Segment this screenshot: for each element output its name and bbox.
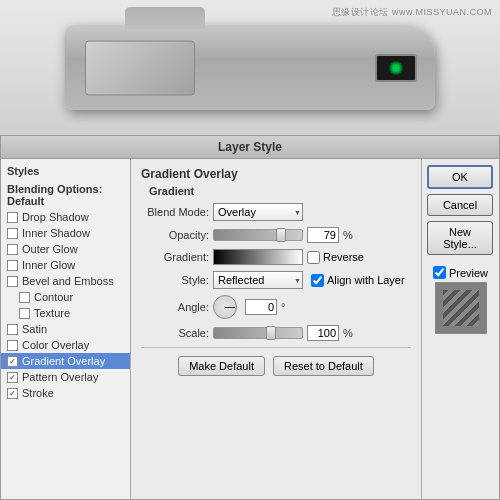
cancel-button[interactable]: Cancel (427, 194, 493, 216)
scale-row: Scale: % (141, 325, 411, 341)
stroke-label: Stroke (22, 387, 54, 399)
sidebar-item-color-overlay[interactable]: Color Overlay (1, 337, 130, 353)
stroke-checkbox[interactable] (7, 388, 18, 399)
pattern-overlay-checkbox[interactable] (7, 372, 18, 383)
pattern-overlay-label: Pattern Overlay (22, 371, 98, 383)
dialog-titlebar: Layer Style (1, 136, 499, 159)
new-style-button[interactable]: New Style... (427, 221, 493, 255)
align-with-layer-checkbox[interactable] (311, 274, 324, 287)
sidebar-item-blending-options[interactable]: Blending Options: Default (1, 181, 130, 209)
bottom-buttons: Make Default Reset to Default (141, 356, 411, 376)
angle-label: Angle: (141, 301, 209, 313)
gradient-label: Gradient: (141, 251, 209, 263)
outer-glow-label: Outer Glow (22, 243, 78, 255)
layer-style-dialog: Layer Style Styles Blending Options: Def… (0, 135, 500, 500)
section-title: Gradient Overlay (141, 167, 411, 181)
watermark: 思缘设计论坛 www.MISSYUAN.COM (332, 6, 492, 19)
align-with-layer-row: Align with Layer (311, 274, 405, 287)
texture-label: Texture (34, 307, 70, 319)
angle-unit: ° (281, 301, 285, 313)
style-select-wrapper[interactable]: Reflected Linear Radial Angle Diamond (213, 271, 303, 289)
sub-title: Gradient (141, 185, 411, 197)
styles-panel-title: Styles (1, 163, 130, 181)
angle-row: Angle: ° (141, 295, 411, 319)
sidebar-item-pattern-overlay[interactable]: Pattern Overlay (1, 369, 130, 385)
blend-mode-row: Blend Mode: Overlay Normal Multiply Scre… (141, 203, 411, 221)
camera-body (65, 25, 435, 110)
color-overlay-label: Color Overlay (22, 339, 89, 351)
reverse-label: Reverse (323, 251, 364, 263)
sidebar-item-stroke[interactable]: Stroke (1, 385, 130, 401)
sidebar-item-inner-shadow[interactable]: Inner Shadow (1, 225, 130, 241)
gradient-overlay-checkbox[interactable] (7, 356, 18, 367)
camera-top-bump (125, 7, 205, 29)
opacity-unit: % (343, 229, 353, 241)
scale-input[interactable] (307, 325, 339, 341)
opacity-row: Opacity: % (141, 227, 411, 243)
inner-shadow-checkbox[interactable] (7, 228, 18, 239)
bevel-emboss-checkbox[interactable] (7, 276, 18, 287)
camera-lens (85, 40, 195, 95)
scale-slider-container: % (213, 325, 353, 341)
sidebar-item-gradient-overlay[interactable]: Gradient Overlay (1, 353, 130, 369)
contour-checkbox[interactable] (19, 292, 30, 303)
style-row: Style: Reflected Linear Radial Angle Dia… (141, 271, 411, 289)
sidebar-item-drop-shadow[interactable]: Drop Shadow (1, 209, 130, 225)
texture-checkbox[interactable] (19, 308, 30, 319)
opacity-label: Opacity: (141, 229, 209, 241)
satin-checkbox[interactable] (7, 324, 18, 335)
reset-to-default-button[interactable]: Reset to Default (273, 356, 374, 376)
sidebar-item-texture[interactable]: Texture (1, 305, 130, 321)
drop-shadow-label: Drop Shadow (22, 211, 89, 223)
angle-input[interactable] (245, 299, 277, 315)
reverse-row: Reverse (307, 251, 364, 264)
opacity-slider-container: % (213, 227, 353, 243)
contour-label: Contour (34, 291, 73, 303)
angle-line (225, 307, 235, 308)
preview-checkbox[interactable] (433, 266, 446, 279)
satin-label: Satin (22, 323, 47, 335)
angle-circle[interactable] (213, 295, 237, 319)
sidebar-item-bevel-emboss[interactable]: Bevel and Emboss (1, 273, 130, 289)
drop-shadow-checkbox[interactable] (7, 212, 18, 223)
blend-mode-select-wrapper[interactable]: Overlay Normal Multiply Screen (213, 203, 303, 221)
inner-shadow-label: Inner Shadow (22, 227, 90, 239)
sidebar-item-contour[interactable]: Contour (1, 289, 130, 305)
make-default-button[interactable]: Make Default (178, 356, 265, 376)
bevel-emboss-label: Bevel and Emboss (22, 275, 114, 287)
blend-mode-select[interactable]: Overlay Normal Multiply Screen (213, 203, 303, 221)
gradient-preview[interactable] (213, 249, 303, 265)
camera-preview: 思缘设计论坛 www.MISSYUAN.COM (0, 0, 500, 135)
align-with-layer-label: Align with Layer (327, 274, 405, 286)
reverse-checkbox[interactable] (307, 251, 320, 264)
scale-label: Scale: (141, 327, 209, 339)
color-overlay-checkbox[interactable] (7, 340, 18, 351)
scale-slider[interactable] (213, 327, 303, 339)
sidebar-item-inner-glow[interactable]: Inner Glow (1, 257, 130, 273)
outer-glow-checkbox[interactable] (7, 244, 18, 255)
camera-viewfinder-inner (389, 61, 403, 75)
divider (141, 347, 411, 348)
inner-glow-label: Inner Glow (22, 259, 75, 271)
preview-thumbnail (435, 282, 487, 334)
dialog-title: Layer Style (218, 140, 282, 154)
gradient-overlay-label: Gradient Overlay (22, 355, 105, 367)
preview-checkbox-row: Preview (433, 266, 488, 279)
sidebar-item-satin[interactable]: Satin (1, 321, 130, 337)
right-panel: OK Cancel New Style... Preview (421, 159, 499, 499)
camera-viewfinder (375, 54, 417, 82)
sidebar-item-outer-glow[interactable]: Outer Glow (1, 241, 130, 257)
preview-inner (443, 290, 479, 326)
style-label: Style: (141, 274, 209, 286)
preview-label: Preview (449, 267, 488, 279)
gradient-row: Gradient: Reverse (141, 249, 411, 265)
opacity-slider[interactable] (213, 229, 303, 241)
main-content: Gradient Overlay Gradient Blend Mode: Ov… (131, 159, 421, 499)
scale-unit: % (343, 327, 353, 339)
blending-options-label: Blending Options: Default (7, 183, 124, 207)
styles-panel: Styles Blending Options: Default Drop Sh… (1, 159, 131, 499)
style-select[interactable]: Reflected Linear Radial Angle Diamond (213, 271, 303, 289)
inner-glow-checkbox[interactable] (7, 260, 18, 271)
ok-button[interactable]: OK (427, 165, 493, 189)
opacity-input[interactable] (307, 227, 339, 243)
